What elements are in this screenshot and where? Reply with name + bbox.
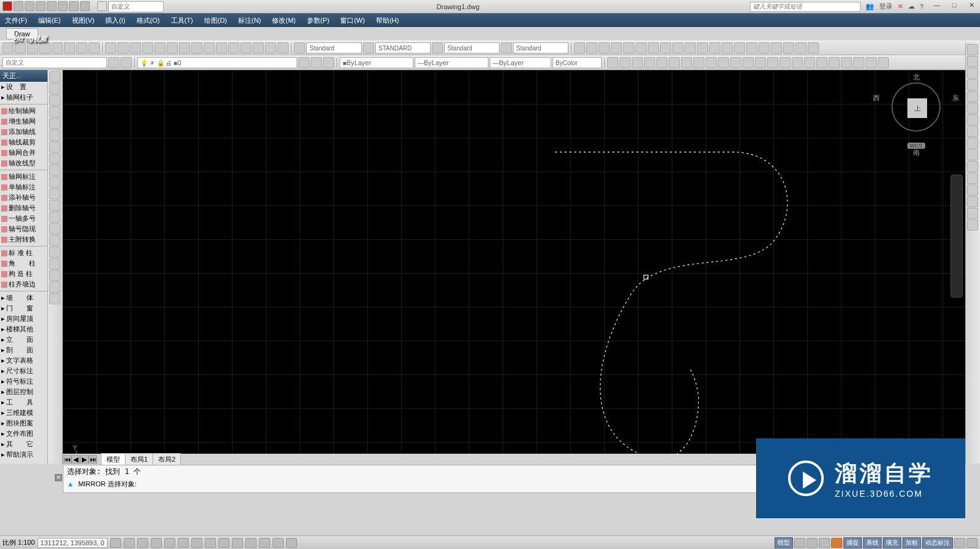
offset-icon[interactable]: [967, 79, 978, 90]
panel-item[interactable]: ▸ 房间屋顶: [0, 314, 47, 324]
tool-button[interactable]: [681, 57, 692, 68]
print-icon[interactable]: [58, 1, 68, 11]
panel-item[interactable]: ▸ 符号标注: [0, 376, 47, 387]
exchange-icon[interactable]: ✕: [898, 2, 903, 10]
tool-button[interactable]: [108, 57, 119, 68]
open-icon[interactable]: [25, 1, 34, 11]
tool-button[interactable]: [841, 57, 852, 68]
undo-icon[interactable]: [69, 1, 79, 11]
tool-button[interactable]: [669, 57, 680, 68]
status-toggle[interactable]: [273, 538, 284, 548]
menu-edit[interactable]: 编辑(E): [38, 16, 61, 25]
break-icon[interactable]: [967, 173, 978, 184]
tool-button[interactable]: [746, 42, 757, 53]
mtext-icon[interactable]: [49, 282, 60, 293]
tool-button[interactable]: [632, 57, 643, 68]
panel-item[interactable]: ▸ 帮助演示: [0, 449, 47, 460]
tool-button[interactable]: [767, 57, 778, 68]
status-toggle[interactable]: [819, 538, 830, 548]
table-icon[interactable]: [49, 270, 60, 281]
tool-button[interactable]: [644, 57, 655, 68]
dimstyle-icon[interactable]: [363, 42, 374, 53]
layer-combo[interactable]: 💡 ☀ 🔒 🖨 ■ 0: [137, 57, 297, 68]
xline-icon[interactable]: [49, 83, 60, 94]
tool-button[interactable]: [795, 42, 807, 53]
tool-button[interactable]: [755, 57, 766, 68]
move-icon[interactable]: [967, 103, 978, 114]
status-toggle[interactable]: [966, 538, 978, 548]
tool-button[interactable]: [167, 42, 178, 53]
tool-button[interactable]: [265, 42, 276, 53]
status-model-button[interactable]: 模型: [775, 537, 793, 548]
menu-modify[interactable]: 修改(M): [272, 16, 296, 25]
status-toggle[interactable]: [286, 538, 297, 548]
explode-icon[interactable]: [967, 219, 978, 231]
panel-item[interactable]: 单轴标注: [0, 182, 47, 192]
lineweight-combo[interactable]: — ByLayer: [490, 57, 551, 68]
menu-view[interactable]: 视图(V): [72, 16, 95, 25]
textstyle-icon[interactable]: [294, 42, 305, 53]
tool-button[interactable]: [878, 57, 889, 68]
tool-button[interactable]: [611, 42, 622, 53]
panel-item[interactable]: 轴改线型: [0, 158, 47, 168]
menu-format[interactable]: 格式(O): [137, 16, 160, 25]
cmdline-close-icon[interactable]: ✕: [55, 474, 62, 481]
panel-item[interactable]: ▸ 门 窗: [0, 303, 47, 314]
tool-button[interactable]: [779, 57, 791, 68]
menu-insert[interactable]: 插入(I): [105, 16, 125, 25]
tool-button[interactable]: [816, 57, 827, 68]
panel-item[interactable]: ▸ 图块图案: [0, 418, 47, 429]
workspace-icon[interactable]: [97, 1, 107, 11]
panel-item[interactable]: 删除轴号: [0, 203, 47, 213]
minimize-button[interactable]: —: [928, 1, 946, 12]
point-icon[interactable]: [49, 223, 60, 234]
tool-button[interactable]: [706, 57, 717, 68]
tool-button[interactable]: [829, 57, 840, 68]
menu-window[interactable]: 窗口(W): [340, 16, 365, 25]
menu-help[interactable]: 帮助(H): [376, 16, 399, 25]
panel-header[interactable]: 天正...: [0, 70, 47, 82]
app-icon[interactable]: [2, 1, 12, 11]
panel-item[interactable]: ▸ 工 具: [0, 397, 47, 408]
menu-dim[interactable]: 标注(N): [238, 16, 261, 25]
tool-button[interactable]: [253, 42, 264, 53]
extend-icon[interactable]: [967, 161, 978, 172]
copy-icon[interactable]: [967, 56, 978, 67]
status-toggle[interactable]: [178, 538, 189, 548]
tool-button[interactable]: [734, 42, 745, 53]
viewcube-east[interactable]: 东: [952, 93, 959, 103]
addselected-icon[interactable]: [49, 293, 60, 304]
menu-draw[interactable]: 绘图(D): [204, 16, 227, 25]
tool-button[interactable]: [179, 42, 190, 53]
status-toggle[interactable]: [807, 538, 818, 548]
rectangle-icon[interactable]: [49, 118, 60, 129]
panel-item[interactable]: ▸ 立 面: [0, 334, 47, 345]
status-toggle[interactable]: [794, 538, 805, 548]
join-icon[interactable]: [967, 184, 978, 196]
polyline-icon[interactable]: [49, 95, 60, 106]
panel-item[interactable]: 轴号隐现: [0, 224, 47, 234]
panel-item[interactable]: ▸ 墙 体: [0, 293, 47, 303]
trim-icon[interactable]: [967, 149, 978, 160]
tab-last-icon[interactable]: ⏭: [89, 455, 97, 464]
panel-item[interactable]: 轴网标注: [0, 172, 47, 182]
workspace-combo[interactable]: 自定义: [108, 1, 164, 12]
arc-icon[interactable]: [49, 130, 60, 141]
status-annotation-button[interactable]: [831, 538, 842, 548]
panel-item[interactable]: ▸ 尺寸标注: [0, 366, 47, 376]
panel-item[interactable]: ▸ 三维建模: [0, 408, 47, 418]
region-icon[interactable]: [49, 258, 60, 269]
gradient-icon[interactable]: [49, 247, 60, 258]
tool-button[interactable]: [718, 57, 729, 68]
tablestyle-icon[interactable]: [501, 42, 512, 53]
tab-next-icon[interactable]: ▶: [80, 455, 89, 464]
tool-button[interactable]: [660, 42, 671, 53]
line-icon[interactable]: [49, 71, 60, 82]
status-toggle[interactable]: [259, 538, 270, 548]
spline-icon[interactable]: [49, 165, 60, 176]
save-icon[interactable]: [36, 1, 46, 11]
linetype-combo[interactable]: — ByLayer: [415, 57, 488, 68]
panel-item[interactable]: ▸ 剖 面: [0, 345, 47, 355]
menu-file[interactable]: 文件(F): [5, 16, 27, 25]
plotstyle-combo[interactable]: ByColor: [552, 57, 602, 68]
